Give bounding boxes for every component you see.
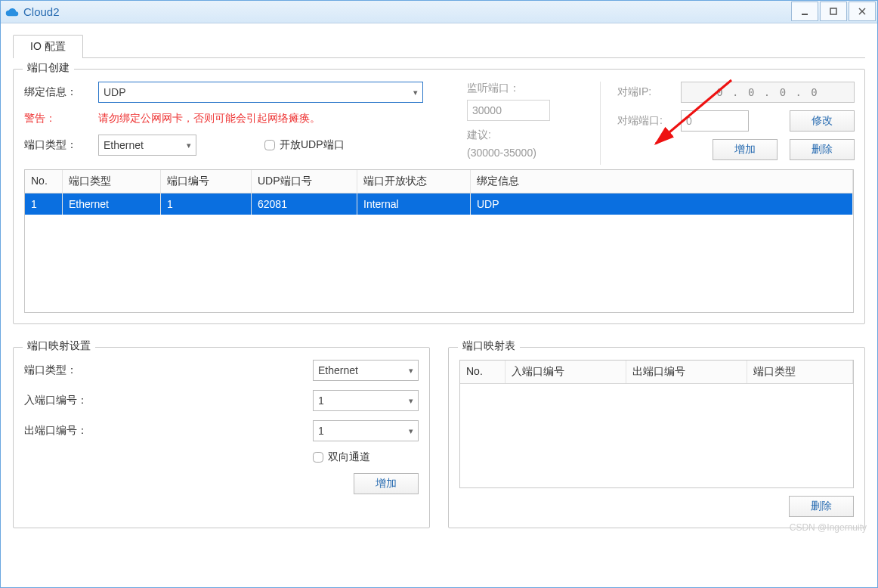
map-delete-button[interactable]: 删除 bbox=[789, 496, 854, 517]
col-no: No. bbox=[25, 170, 63, 193]
input-peer-port[interactable] bbox=[681, 110, 749, 132]
group-map-table: 端口映射表 No. 入端口编号 出端口编号 端口类型 删除 bbox=[448, 347, 865, 528]
window-controls bbox=[791, 2, 876, 21]
group-map-settings: 端口映射设置 端口类型： Ethernet▾ 入端口编号： 1▾ 出端 bbox=[13, 347, 430, 528]
maximize-button[interactable] bbox=[820, 2, 847, 21]
label-peer-ip: 对端IP: bbox=[617, 85, 672, 99]
mid-column: 监听端口： 30000 建议: (30000-35000) bbox=[467, 82, 580, 165]
tab-bar: IO 配置 bbox=[13, 34, 865, 58]
col-state: 端口开放状态 bbox=[357, 170, 471, 193]
checkbox-open-udp-label: 开放UDP端口 bbox=[280, 138, 345, 152]
mcol-type: 端口类型 bbox=[747, 361, 853, 383]
title-bar: Cloud2 bbox=[1, 1, 877, 23]
cell-udp: 62081 bbox=[252, 193, 357, 215]
minimize-button[interactable] bbox=[791, 2, 818, 21]
delete-button[interactable]: 删除 bbox=[790, 139, 855, 160]
cloud-icon bbox=[5, 5, 19, 19]
app-window: Cloud2 IO 配置 端口创建 绑定信息： UDP bbox=[0, 0, 878, 588]
select-port-type[interactable]: Ethernet ▾ bbox=[98, 135, 196, 156]
input-listen-port[interactable]: 30000 bbox=[467, 100, 550, 121]
table-row[interactable]: 1 Ethernet 1 62081 Internal UDP bbox=[25, 193, 853, 215]
select-out-port[interactable]: 1▾ bbox=[313, 420, 419, 441]
window-title: Cloud2 bbox=[23, 5, 60, 18]
warning-text: 请勿绑定公网网卡，否则可能会引起网络瘫痪。 bbox=[98, 112, 320, 125]
chevron-down-icon: ▾ bbox=[409, 396, 413, 406]
svg-rect-1 bbox=[830, 8, 836, 14]
checkbox-open-udp[interactable]: 开放UDP端口 bbox=[264, 138, 345, 152]
add-button[interactable]: 增加 bbox=[713, 139, 778, 160]
col-udp: UDP端口号 bbox=[252, 170, 357, 193]
checkbox-bidir[interactable]: 双向通道 bbox=[313, 450, 419, 464]
select-in-port-value: 1 bbox=[318, 395, 324, 407]
label-peer-port: 对端端口: bbox=[617, 114, 672, 128]
checkbox-bidir-label: 双向通道 bbox=[328, 450, 370, 464]
tab-io-config[interactable]: IO 配置 bbox=[13, 35, 83, 58]
label-port-type: 端口类型： bbox=[24, 138, 91, 152]
checkbox-box bbox=[264, 140, 275, 150]
col-bind: 绑定信息 bbox=[471, 170, 853, 193]
cell-bind: UDP bbox=[471, 193, 853, 215]
cell-type: Ethernet bbox=[63, 193, 161, 215]
checkbox-box bbox=[313, 452, 323, 463]
label-listen-port: 监听端口： bbox=[467, 82, 580, 95]
chevron-down-icon: ▾ bbox=[409, 426, 413, 436]
legend-map-table: 端口映射表 bbox=[458, 339, 520, 353]
select-bind-value: UDP bbox=[104, 86, 126, 98]
mcol-out: 出端口编号 bbox=[626, 361, 747, 383]
chevron-down-icon: ▾ bbox=[187, 141, 191, 150]
col-num: 端口编号 bbox=[161, 170, 252, 193]
input-peer-ip[interactable]: 0 . 0 . 0 . 0 bbox=[681, 82, 855, 103]
label-suggest: 建议: bbox=[467, 128, 580, 142]
bottom-section: 端口映射设置 端口类型： Ethernet▾ 入端口编号： 1▾ 出端 bbox=[13, 336, 865, 528]
label-bind-info: 绑定信息： bbox=[24, 85, 91, 99]
content-area: IO 配置 端口创建 绑定信息： UDP ▾ bbox=[1, 23, 877, 536]
upper-section: 绑定信息： UDP ▾ 警告： 请勿绑定公网网卡，否则可能会引起网络瘫痪。 端口… bbox=[24, 82, 854, 165]
select-map-port-type-value: Ethernet bbox=[318, 364, 358, 376]
chevron-down-icon: ▾ bbox=[409, 366, 413, 376]
col-type: 端口类型 bbox=[63, 170, 161, 193]
select-bind-info[interactable]: UDP ▾ bbox=[98, 82, 423, 103]
group-port-create: 端口创建 绑定信息： UDP ▾ 警告： 请勿绑定公网 bbox=[13, 69, 865, 324]
select-port-type-value: Ethernet bbox=[104, 139, 144, 151]
chevron-down-icon: ▾ bbox=[413, 88, 418, 97]
label-out-port: 出端口编号： bbox=[24, 424, 115, 438]
mcol-in: 入端口编号 bbox=[505, 361, 626, 383]
label-suggest-range: (30000-35000) bbox=[467, 147, 580, 159]
cell-state: Internal bbox=[357, 193, 471, 215]
close-button[interactable] bbox=[849, 2, 876, 21]
legend-port-create: 端口创建 bbox=[23, 61, 74, 75]
legend-map-settings: 端口映射设置 bbox=[23, 339, 95, 353]
select-in-port[interactable]: 1▾ bbox=[313, 390, 419, 411]
label-in-port: 入端口编号： bbox=[24, 394, 115, 407]
modify-button[interactable]: 修改 bbox=[790, 110, 855, 132]
watermark: CSDN @Ingernuity bbox=[790, 522, 867, 533]
mcol-no: No. bbox=[460, 361, 505, 383]
cell-num: 1 bbox=[161, 193, 252, 215]
map-table[interactable]: No. 入端口编号 出端口编号 端口类型 bbox=[459, 360, 854, 488]
label-map-port-type: 端口类型： bbox=[24, 364, 115, 377]
table-header: No. 端口类型 端口编号 UDP端口号 端口开放状态 绑定信息 bbox=[25, 170, 853, 193]
cell-no: 1 bbox=[25, 193, 63, 215]
select-map-port-type[interactable]: Ethernet▾ bbox=[313, 360, 419, 381]
port-table[interactable]: No. 端口类型 端口编号 UDP端口号 端口开放状态 绑定信息 1 Ether… bbox=[24, 169, 854, 313]
right-column: 对端IP: 0 . 0 . 0 . 0 对端端口: 修改 增加 删除 bbox=[600, 82, 855, 165]
label-warning: 警告： bbox=[24, 112, 91, 125]
map-table-header: No. 入端口编号 出端口编号 端口类型 bbox=[460, 361, 853, 384]
select-out-port-value: 1 bbox=[318, 425, 324, 437]
left-column: 绑定信息： UDP ▾ 警告： 请勿绑定公网网卡，否则可能会引起网络瘫痪。 端口… bbox=[24, 82, 447, 165]
map-add-button[interactable]: 增加 bbox=[354, 473, 419, 494]
